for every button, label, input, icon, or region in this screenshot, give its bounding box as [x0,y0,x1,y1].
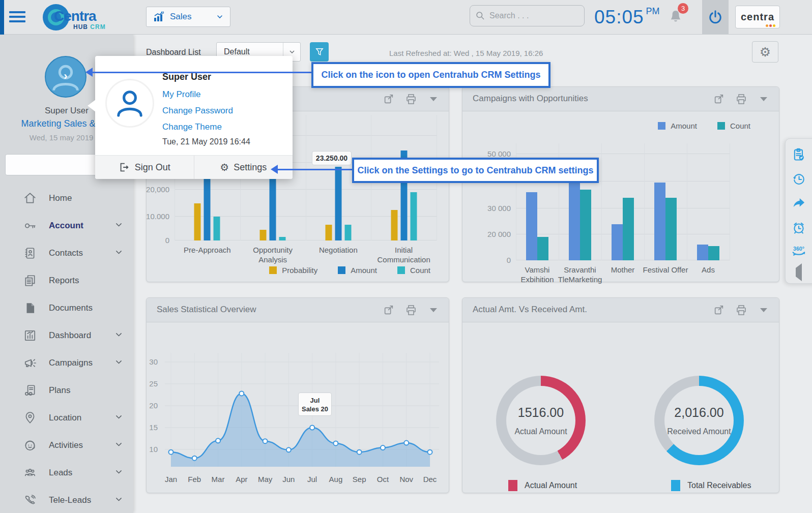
history-button[interactable] [791,172,806,188]
sidebar-item-location[interactable]: Location [0,404,133,432]
sidebar-item-activities[interactable]: Activities [0,432,133,459]
bar-amount[interactable] [335,167,341,240]
left-accent-strip [0,0,4,35]
y-axis-tick: 20 000 [486,230,511,238]
bar-value-tooltip: 23.250.00 [312,151,352,165]
data-point[interactable] [239,391,244,396]
documents-icon [23,301,37,315]
bar-count[interactable] [708,246,719,260]
bar-amount[interactable] [697,245,708,260]
alarm-button[interactable] [791,221,806,236]
bar-count[interactable] [214,217,220,240]
legend-swatch [671,480,680,491]
sidebar-menu: HomeAccountContactsReportsDocumentsDashb… [0,185,133,513]
collapse-left-icon [796,268,802,277]
print-icon[interactable] [405,93,417,105]
tele-leads-icon [23,494,37,507]
legend-swatch [658,122,665,130]
sales-chart-icon: $ [153,11,165,23]
sidebar-item-documents[interactable]: Documents [0,294,133,322]
share-button[interactable] [791,197,806,212]
clipboard-check-button[interactable] [791,148,806,163]
logout-power-button[interactable] [702,0,729,35]
sidebar-item-plans[interactable]: Plans [0,377,133,404]
x-axis-label: Jul [301,475,324,485]
print-icon[interactable] [735,304,747,316]
crm-settings-button[interactable]: ⚙ [752,41,778,63]
y-axis-tick: 30 [137,357,158,366]
sidebar-item-dashboard[interactable]: Dashboard [0,322,133,349]
expand-icon[interactable] [713,93,725,105]
bar-amount[interactable] [612,224,623,260]
sign-out-button[interactable]: Sign Out [95,156,194,179]
my-profile-link[interactable]: My Profile [162,89,201,100]
user-avatar[interactable]: › [45,56,86,98]
print-icon[interactable] [735,93,747,105]
chevron-down-icon [216,13,224,21]
data-point[interactable] [169,450,173,455]
expand-icon[interactable] [383,304,395,316]
data-point[interactable] [404,441,409,445]
sidebar-item-account[interactable]: Account [0,212,133,239]
change-theme-link[interactable]: Change Theme [162,122,222,132]
sidebar-item-tele-leads[interactable]: Tele-Leads [0,487,133,513]
search-icon [475,11,485,21]
data-point[interactable] [286,447,291,452]
sidebar-item-label: Reports [49,276,79,286]
bar-amount[interactable] [526,192,537,260]
data-point[interactable] [310,426,314,430]
chart-menu-icon[interactable] [427,304,440,316]
sidebar-item-label: Activities [49,440,83,450]
bar-probability[interactable] [325,225,332,240]
bar-probability[interactable] [391,210,397,240]
bar-probability[interactable] [194,203,201,241]
rotate-360-button[interactable]: 360° [791,245,806,260]
popup-footer: Sign Out ⚙ Settings [95,155,293,179]
bar-count[interactable] [410,192,417,240]
clipboard-check-icon [792,147,806,164]
bar-amount[interactable] [654,183,665,260]
notifications-button[interactable]: 3 [668,8,688,28]
bar-count[interactable] [623,198,634,260]
chevron-down-icon [114,468,123,478]
data-point[interactable] [381,445,385,450]
filter-button[interactable] [310,42,329,62]
bar-probability[interactable] [260,230,267,240]
bar-count[interactable] [279,237,286,240]
data-point[interactable] [428,450,432,455]
sign-out-label: Sign Out [135,162,170,173]
expand-icon[interactable] [383,93,395,105]
bar-count[interactable] [665,198,677,260]
collapse-left-button[interactable] [791,265,806,280]
sidebar-item-campaigns[interactable]: Campaigns [0,349,133,377]
bar-count[interactable] [580,190,591,260]
module-select-value: Sales [170,12,192,22]
chart-menu-icon[interactable] [427,93,440,105]
sidebar-item-reports[interactable]: Reports [0,267,133,294]
sidebar-item-home[interactable]: Home [0,185,133,212]
change-password-link[interactable]: Change Password [162,106,233,116]
annotation-text-1: Click on the icon to open Centrahub CRM … [321,70,540,80]
chart-menu-icon[interactable] [758,93,770,105]
search-input[interactable] [489,11,571,20]
module-select[interactable]: $ Sales [146,7,230,27]
hamburger-menu-icon[interactable] [9,11,25,23]
data-point[interactable] [192,456,197,461]
bar-count[interactable] [344,225,351,240]
data-point[interactable] [333,441,338,445]
gear-icon: ⚙ [220,161,229,173]
bar-amount[interactable] [270,179,276,240]
chart-menu-icon[interactable] [758,304,770,316]
bar-count[interactable] [537,237,548,260]
data-point[interactable] [216,438,220,443]
data-point[interactable] [263,439,268,443]
legend-item: Total Receivables [671,480,751,491]
sidebar-item-contacts[interactable]: Contacts [0,239,133,267]
sidebar-item-leads[interactable]: Leads [0,459,133,487]
expand-icon[interactable] [713,304,725,316]
legend-swatch [508,480,517,491]
logo-sub-hub: HUB [73,23,88,31]
print-icon[interactable] [405,304,417,316]
campaigns-chart-header: Campaigns with Opportunities [462,87,779,111]
data-point[interactable] [357,450,362,455]
